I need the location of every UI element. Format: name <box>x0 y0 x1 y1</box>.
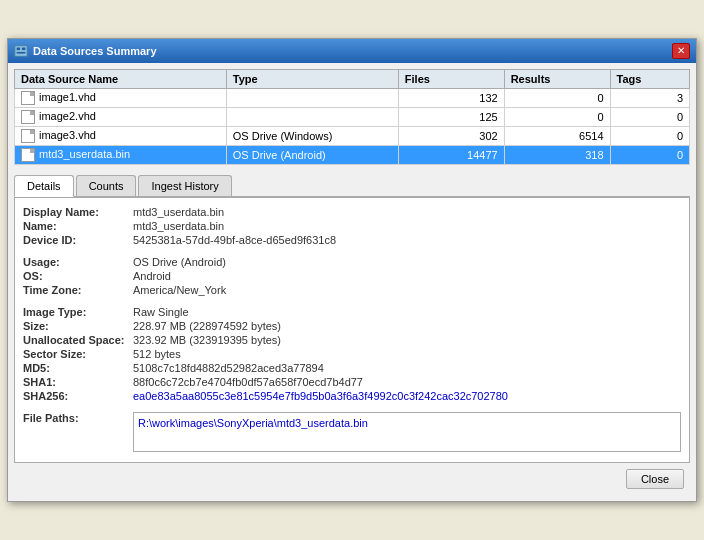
cell-files: 302 <box>398 127 504 146</box>
file-icon <box>21 148 35 162</box>
table-row[interactable]: image2.vhd12500 <box>15 107 690 126</box>
svg-rect-0 <box>15 46 27 57</box>
app-icon <box>14 44 28 58</box>
file-icon <box>21 129 35 143</box>
cell-type: OS Drive (Android) <box>226 146 398 165</box>
tab-details[interactable]: Details <box>14 175 74 197</box>
file-icon <box>21 110 35 124</box>
col-header-files: Files <box>398 69 504 88</box>
cell-tags: 0 <box>610 146 689 165</box>
cell-name-text: image3.vhd <box>39 129 96 141</box>
detail-device-id: Device ID: 5425381a-57dd-49bf-a8ce-d65ed… <box>23 234 681 246</box>
file-icon <box>21 91 35 105</box>
table-row[interactable]: image1.vhd13203 <box>15 88 690 107</box>
cell-tags: 0 <box>610 127 689 146</box>
cell-name-text: image2.vhd <box>39 110 96 122</box>
col-header-name: Data Source Name <box>15 69 227 88</box>
cell-tags: 0 <box>610 107 689 126</box>
tab-bar: Details Counts Ingest History <box>14 171 690 197</box>
cell-results: 0 <box>504 88 610 107</box>
detail-sha1: SHA1: 88f0c6c72cb7e4704fb0df57a658f70ecd… <box>23 376 681 388</box>
cell-files: 132 <box>398 88 504 107</box>
cell-results: 318 <box>504 146 610 165</box>
main-window: Data Sources Summary ✕ Data Source Name … <box>7 38 697 502</box>
title-bar: Data Sources Summary ✕ <box>8 39 696 63</box>
cell-type <box>226 107 398 126</box>
cell-results: 0 <box>504 107 610 126</box>
detail-unallocated: Unallocated Space: 323.92 MB (323919395 … <box>23 334 681 346</box>
col-header-tags: Tags <box>610 69 689 88</box>
detail-md5: MD5: 5108c7c18fd4882d52982aced3a77894 <box>23 362 681 374</box>
detail-sector-size: Sector Size: 512 bytes <box>23 348 681 360</box>
cell-name: image3.vhd <box>15 127 227 146</box>
cell-name: mtd3_userdata.bin <box>15 146 227 165</box>
detail-name: Name: mtd3_userdata.bin <box>23 220 681 232</box>
window-content: Data Source Name Type Files Results Tags… <box>8 63 696 501</box>
detail-file-paths-row: File Paths: R:\work\images\SonyXperia\mt… <box>23 412 681 452</box>
detail-size: Size: 228.97 MB (228974592 bytes) <box>23 320 681 332</box>
detail-usage: Usage: OS Drive (Android) <box>23 256 681 268</box>
cell-files: 14477 <box>398 146 504 165</box>
tab-counts[interactable]: Counts <box>76 175 137 196</box>
cell-name-text: image1.vhd <box>39 91 96 103</box>
title-bar-left: Data Sources Summary <box>14 44 157 58</box>
svg-rect-3 <box>17 52 26 54</box>
close-button[interactable]: Close <box>626 469 684 489</box>
svg-rect-2 <box>22 47 26 50</box>
details-panel: Display Name: mtd3_userdata.bin Name: mt… <box>14 197 690 463</box>
cell-type: OS Drive (Windows) <box>226 127 398 146</box>
window-close-button[interactable]: ✕ <box>672 43 690 59</box>
detail-timezone: Time Zone: America/New_York <box>23 284 681 296</box>
table-row[interactable]: image3.vhdOS Drive (Windows)30265140 <box>15 127 690 146</box>
cell-results: 6514 <box>504 127 610 146</box>
cell-name-text: mtd3_userdata.bin <box>39 148 130 160</box>
cell-name: image2.vhd <box>15 107 227 126</box>
svg-rect-1 <box>17 47 21 50</box>
cell-files: 125 <box>398 107 504 126</box>
col-header-results: Results <box>504 69 610 88</box>
table-row[interactable]: mtd3_userdata.binOS Drive (Android)14477… <box>15 146 690 165</box>
cell-name: image1.vhd <box>15 88 227 107</box>
cell-type <box>226 88 398 107</box>
detail-os: OS: Android <box>23 270 681 282</box>
file-paths-value: R:\work\images\SonyXperia\mtd3_userdata.… <box>133 412 681 452</box>
file-paths-container: R:\work\images\SonyXperia\mtd3_userdata.… <box>133 412 681 452</box>
detail-sha256: SHA256: ea0e83a5aa8055c3e81c5954e7fb9d5b… <box>23 390 681 402</box>
cell-tags: 3 <box>610 88 689 107</box>
tab-ingest-history[interactable]: Ingest History <box>138 175 231 196</box>
footer: Close <box>14 463 690 495</box>
data-sources-table: Data Source Name Type Files Results Tags… <box>14 69 690 165</box>
window-title: Data Sources Summary <box>33 45 157 57</box>
col-header-type: Type <box>226 69 398 88</box>
detail-image-type: Image Type: Raw Single <box>23 306 681 318</box>
detail-display-name: Display Name: mtd3_userdata.bin <box>23 206 681 218</box>
